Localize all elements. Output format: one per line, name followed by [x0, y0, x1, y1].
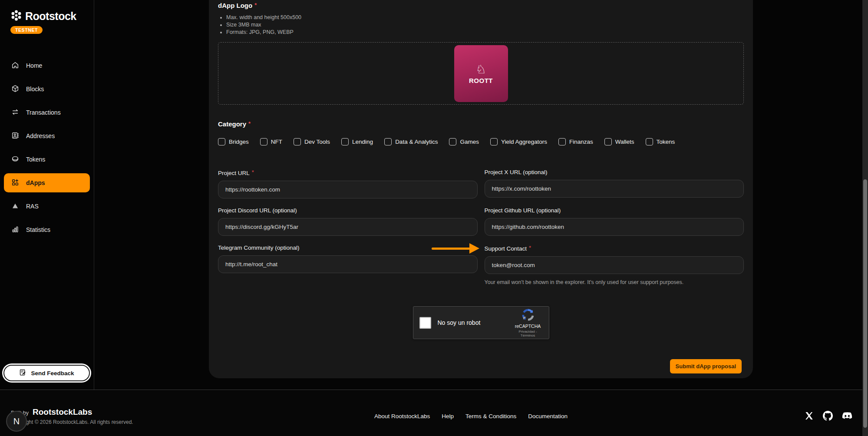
footer-links: About RootstockLabs Help Terms & Conditi…: [374, 413, 568, 419]
checkbox[interactable]: [646, 138, 653, 145]
support-contact-input[interactable]: [485, 256, 744, 274]
sidebar-item-home[interactable]: Home: [0, 54, 94, 77]
sidebar-item-addresses[interactable]: Addresses: [0, 124, 94, 148]
dapp-proposal-form-panel: dApp Logo* Max. width and height 500x500…: [209, 0, 753, 378]
project-discord-url-input[interactable]: [218, 218, 478, 236]
sidebar-item-label: Statistics: [26, 226, 50, 233]
footer-company-name[interactable]: RootstockLabs: [33, 407, 92, 417]
checkbox[interactable]: [260, 138, 267, 145]
logo-rule: Max. width and height 500x500: [226, 14, 744, 21]
github-icon[interactable]: [823, 411, 833, 421]
checkbox[interactable]: [384, 138, 392, 145]
category-option-finanzas[interactable]: Finanzas: [558, 138, 593, 145]
submit-dapp-proposal-button[interactable]: Submit dApp proposal: [670, 359, 742, 373]
checkbox[interactable]: [341, 138, 349, 145]
required-asterisk: *: [248, 120, 251, 127]
checkbox[interactable]: [218, 138, 225, 145]
cursor-avatar-badge: N: [6, 411, 27, 432]
grid-plus-icon: [11, 178, 19, 188]
x-icon[interactable]: [805, 411, 814, 420]
category-option-games[interactable]: Games: [449, 138, 479, 145]
recaptcha-label: No soy un robot: [438, 319, 481, 326]
footer-link-help[interactable]: Help: [442, 413, 454, 419]
checkbox[interactable]: [604, 138, 612, 145]
category-option-nft[interactable]: NFT: [260, 138, 282, 145]
submit-row: Submit dApp proposal: [218, 359, 744, 373]
sidebar-item-ras[interactable]: RAS: [0, 195, 94, 218]
checkbox[interactable]: [490, 138, 498, 145]
discord-icon[interactable]: [842, 412, 852, 420]
sidebar-item-dapps[interactable]: dApps: [4, 173, 90, 192]
checkbox[interactable]: [449, 138, 456, 145]
project-github-url-label: Project Github URL (optional): [485, 207, 744, 214]
checkbox[interactable]: [294, 138, 301, 145]
category-option-wallets[interactable]: Wallets: [604, 138, 634, 145]
feedback-note-icon: [19, 369, 26, 377]
contact-card-icon: [11, 132, 19, 141]
sidebar-item-blocks[interactable]: Blocks: [0, 77, 94, 101]
category-option-yield-aggregators[interactable]: Yield Aggregators: [490, 138, 547, 145]
footer-brand-block: Built by RootstockLabs Copyright © 2026 …: [11, 407, 133, 425]
sidebar: Rootstock TESTNET Home Blocks: [0, 0, 94, 390]
page-scrollbar[interactable]: [862, 0, 868, 436]
category-option-dev-tools[interactable]: Dev Tools: [294, 138, 330, 145]
cube-icon: [11, 85, 19, 94]
sidebar-item-transactions[interactable]: Transactions: [0, 101, 94, 124]
telegram-community-input[interactable]: [218, 255, 478, 273]
recaptcha-logo-block: reCAPTCHA Privacidad - Términos: [512, 308, 544, 337]
recaptcha-privacy-terms-links[interactable]: Privacidad - Términos: [512, 330, 544, 337]
logo-tile-text: ROOTT: [469, 77, 493, 84]
recaptcha-brand-text: reCAPTCHA: [512, 324, 544, 329]
home-icon: [11, 61, 19, 70]
uploaded-logo-preview[interactable]: ♘ ROOTT: [454, 45, 508, 102]
sidebar-item-tokens[interactable]: Tokens: [0, 148, 94, 171]
sidebar-item-statistics[interactable]: Statistics: [0, 218, 94, 241]
category-option-data-analytics[interactable]: Data & Analytics: [384, 138, 438, 145]
sidebar-item-label: Addresses: [26, 132, 55, 139]
sidebar-item-label: dApps: [26, 179, 45, 186]
footer-link-documentation[interactable]: Documentation: [528, 413, 568, 419]
send-feedback-label: Send Feedback: [31, 370, 74, 377]
dapp-logo-section-title: dApp Logo*: [218, 2, 744, 9]
category-section-title: Category*: [218, 120, 744, 128]
project-x-url-field: Project X URL (optional): [485, 169, 744, 198]
sidebar-item-label: Home: [26, 62, 42, 69]
logo-rules-list: Max. width and height 500x500 Size 3MB m…: [226, 14, 744, 36]
logo-rule: Formats: JPG, PNG, WEBP: [226, 29, 744, 36]
rootstock-flower-icon: [10, 10, 22, 23]
recaptcha-widget: No soy un robot reCAPTCHA Privacidad - T…: [413, 306, 549, 339]
knight-icon: ♘: [475, 63, 486, 76]
bar-chart-icon: [11, 225, 19, 235]
triangle-icon: [11, 202, 19, 211]
project-github-url-input[interactable]: [485, 218, 744, 236]
required-asterisk: *: [529, 244, 531, 251]
swap-arrows-icon: [11, 108, 19, 117]
category-option-bridges[interactable]: Bridges: [218, 138, 249, 145]
logo-upload-dropzone[interactable]: ♘ ROOTT: [218, 42, 744, 105]
testnet-badge: TESTNET: [10, 26, 43, 34]
project-x-url-input[interactable]: [485, 180, 744, 198]
support-contact-field: Support Contact* Your email won't be sho…: [485, 244, 744, 285]
sidebar-nav: Home Blocks Transactions Addresses: [0, 54, 94, 241]
project-url-label: Project URL*: [218, 169, 478, 176]
footer-link-terms[interactable]: Terms & Conditions: [465, 413, 516, 419]
project-discord-url-label: Project Discord URL (optional): [218, 207, 478, 214]
footer: Built by RootstockLabs Copyright © 2026 …: [0, 390, 868, 436]
copyright-text: Copyright © 2026 RootstockLabs. All righ…: [11, 419, 133, 425]
sidebar-item-label: Transactions: [26, 109, 61, 116]
sidebar-item-label: RAS: [26, 203, 39, 210]
support-contact-helper-text: Your email won't be shown in the explore…: [485, 279, 744, 285]
recaptcha-checkbox[interactable]: [419, 317, 431, 329]
category-option-lending[interactable]: Lending: [341, 138, 373, 145]
page: Rootstock TESTNET Home Blocks: [0, 0, 868, 436]
footer-link-about[interactable]: About RootstockLabs: [374, 413, 430, 419]
scrollbar-thumb[interactable]: [863, 179, 867, 428]
project-discord-url-field: Project Discord URL (optional): [218, 207, 478, 236]
orange-pointer-arrow-icon: [432, 243, 479, 254]
send-feedback-button[interactable]: Send Feedback: [3, 365, 90, 381]
checkbox[interactable]: [558, 138, 566, 145]
sidebar-item-label: Blocks: [26, 86, 44, 92]
project-url-input[interactable]: [218, 181, 478, 198]
brand-name: Rootstock: [25, 10, 76, 23]
category-option-tokens[interactable]: Tokens: [646, 138, 675, 145]
